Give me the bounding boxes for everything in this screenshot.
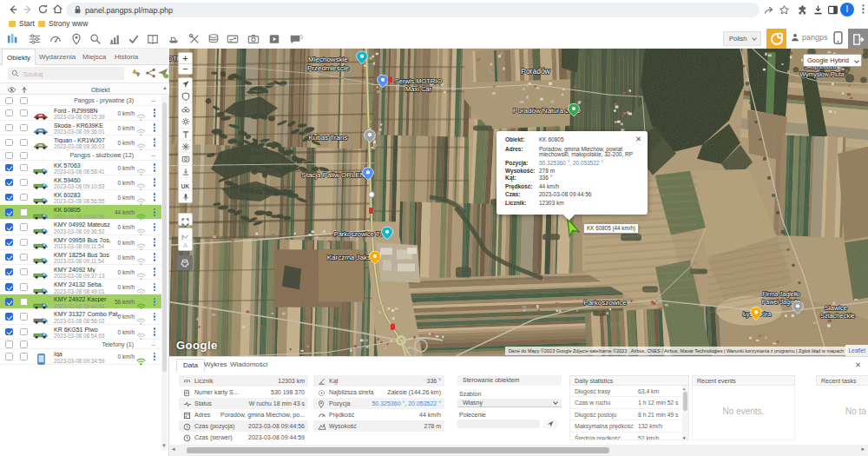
svg-text:Przedmieście: Przedmieście — [307, 64, 350, 72]
svg-text:Szlacheckie: Szlacheckie — [820, 312, 855, 320]
svg-text:Maxi Car: Maxi Car — [405, 85, 431, 93]
svg-text:Serwis MOTRIO: Serwis MOTRIO — [395, 77, 443, 85]
svg-text:Miechowskie: Miechowskie — [308, 56, 348, 63]
svg-text:Firma Jagiełło: Firma Jagiełło — [762, 291, 800, 298]
svg-text:Wymysłów Pluta: Wymysłów Pluta — [799, 71, 844, 78]
svg-text:Parkoszowice: Parkoszowice — [583, 299, 627, 307]
svg-text:Parkoszowice 79: Parkoszowice 79 — [334, 230, 384, 238]
svg-text:Sławice: Sławice — [825, 304, 847, 312]
svg-text:Stacja Paliw ORLEN: Stacja Paliw ORLEN — [301, 171, 365, 179]
svg-text:Poradów: Poradów — [521, 67, 550, 76]
svg-text:Kubas Trans: Kubas Trans — [309, 134, 348, 142]
